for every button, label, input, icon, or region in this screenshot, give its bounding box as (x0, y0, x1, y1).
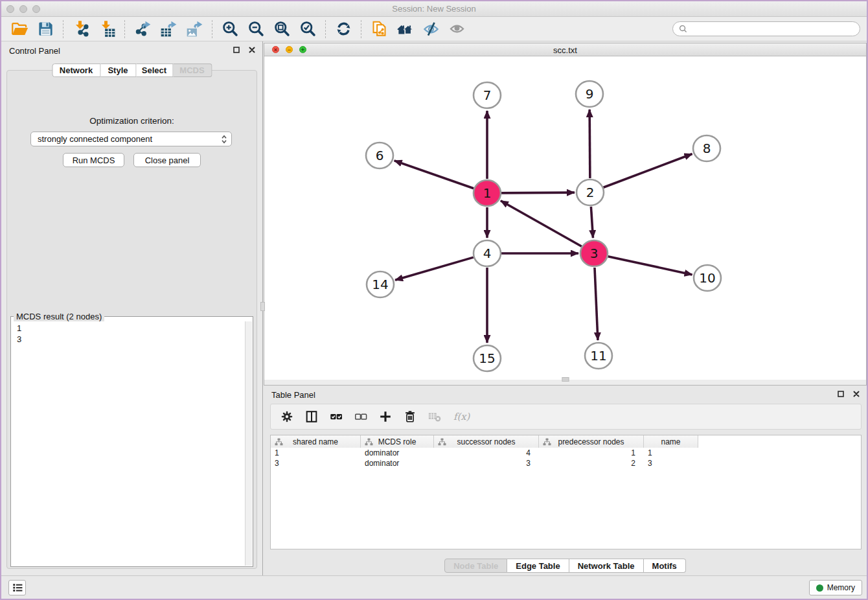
memory-button[interactable]: Memory (809, 580, 862, 595)
mcds-result-scrollbar[interactable] (245, 321, 252, 566)
column-header-predecessor-nodes[interactable]: predecessor nodes (539, 435, 644, 448)
column-label: successor nodes (457, 437, 515, 446)
zoom-selected-button[interactable] (295, 18, 321, 40)
graph-edge-3-11[interactable] (595, 268, 598, 340)
graph-node-7[interactable]: 7 (474, 82, 501, 108)
refresh-view-button[interactable] (330, 18, 356, 40)
table-row[interactable]: 1dominator411 (271, 448, 861, 458)
cell-name[interactable]: 3 (644, 458, 698, 468)
column-type-icon (365, 438, 373, 446)
graph-edge-3-10[interactable] (608, 257, 692, 275)
settings-gear-button[interactable] (280, 410, 294, 424)
select-all-button[interactable] (329, 410, 343, 424)
export-image-icon (186, 20, 203, 38)
table-row[interactable]: 3dominator323 (271, 458, 861, 468)
optimization-criterion-select[interactable]: strongly connected component (30, 132, 232, 146)
graph-edge-3-1[interactable] (501, 201, 582, 246)
zoom-fit-button[interactable] (269, 18, 295, 40)
export-table-button[interactable] (155, 18, 181, 40)
open-session-button[interactable] (6, 18, 32, 40)
tab-node-table[interactable]: Node Table (444, 559, 507, 573)
toggle-graphics-details-button[interactable] (418, 18, 444, 40)
graph-node-11[interactable]: 11 (585, 343, 612, 369)
column-header-name[interactable]: name (644, 435, 698, 448)
search-box[interactable] (672, 21, 860, 36)
close-table-panel-icon[interactable] (852, 390, 860, 398)
tab-network-table[interactable]: Network Table (569, 559, 644, 573)
zoom-in-button[interactable] (217, 18, 243, 40)
cell-name[interactable]: 1 (644, 448, 698, 458)
toggle-columns-button[interactable] (304, 410, 319, 424)
panel-splitter-handle[interactable] (260, 302, 265, 311)
cell-shared-name[interactable]: 3 (271, 458, 361, 468)
float-table-panel-icon[interactable] (837, 390, 845, 398)
show-preview-button[interactable] (444, 18, 470, 40)
graph-node-2[interactable]: 2 (577, 179, 604, 205)
import-table-button[interactable] (94, 18, 120, 40)
column-header-shared-name[interactable]: shared name (271, 435, 361, 448)
float-panel-icon[interactable] (233, 46, 240, 54)
close-panel-icon[interactable] (248, 46, 256, 54)
table-panel-header: Table Panel (264, 386, 867, 404)
clone-network-button[interactable] (366, 18, 392, 40)
tab-style[interactable]: Style (100, 63, 136, 77)
graph-node-14[interactable]: 14 (367, 271, 394, 297)
network-canvas[interactable]: 1234678910111415 (264, 56, 866, 380)
deselect-all-button[interactable] (354, 410, 368, 424)
graph-node-3[interactable]: 3 (580, 240, 608, 266)
mcds-result-box[interactable]: 13 (12, 321, 252, 566)
graph-edge-1-2[interactable] (501, 192, 575, 193)
graph-node-10[interactable]: 10 (694, 265, 721, 291)
graph-node-1[interactable]: 1 (474, 180, 501, 206)
table-panel-tabs: Node TableEdge TableNetwork TableMotifs (264, 559, 867, 573)
cell-MCDS-role[interactable]: dominator (361, 458, 434, 468)
graph-edge-1-6[interactable] (394, 161, 474, 189)
add-column-button[interactable] (378, 410, 393, 424)
toolbar-separator (361, 20, 361, 38)
zoom-in-icon (222, 20, 239, 38)
cell-successor-nodes[interactable]: 3 (434, 458, 539, 468)
column-header-MCDS-role[interactable]: MCDS role (361, 435, 434, 448)
run-mcds-button[interactable]: Run MCDS (63, 153, 124, 167)
search-icon (678, 24, 688, 34)
mcds-result-lines: 13 (12, 321, 252, 346)
export-image-button[interactable] (181, 18, 207, 40)
task-history-button[interactable] (8, 580, 26, 595)
tab-network[interactable]: Network (52, 63, 100, 77)
first-neighbors-button[interactable] (392, 18, 418, 40)
cell-predecessor-nodes[interactable]: 2 (539, 458, 644, 468)
cell-shared-name[interactable]: 1 (271, 448, 361, 458)
graph-edge-2-3[interactable] (591, 207, 593, 238)
graph-edge-4-14[interactable] (395, 257, 474, 280)
network-window-titlebar[interactable]: × − + scc.txt (264, 43, 866, 56)
network-view-window: × − + scc.txt 1234678910111415 (264, 43, 867, 386)
tab-motifs[interactable]: Motifs (644, 559, 686, 573)
node-label: 3 (590, 246, 599, 261)
graph-node-6[interactable]: 6 (366, 143, 393, 168)
save-session-button[interactable] (32, 18, 58, 40)
cell-predecessor-nodes[interactable]: 1 (539, 448, 644, 458)
tab-edge-table[interactable]: Edge Table (507, 559, 569, 573)
import-network-button[interactable] (68, 18, 94, 40)
export-network-button[interactable] (130, 18, 155, 40)
cell-successor-nodes[interactable]: 4 (434, 448, 539, 458)
session-title: Session: New Session (1, 4, 867, 14)
zoom-out-button[interactable] (243, 18, 269, 40)
graph-node-4[interactable]: 4 (474, 240, 501, 266)
network-title: scc.txt (264, 45, 866, 55)
graph-edge-2-9[interactable] (589, 110, 590, 178)
graph-edge-2-8[interactable] (604, 154, 692, 187)
graph-node-8[interactable]: 8 (693, 135, 720, 161)
close-panel-button[interactable]: Close panel (133, 153, 201, 167)
delete-columns-button[interactable] (403, 410, 417, 424)
graph-node-15[interactable]: 15 (474, 345, 501, 371)
graph-node-9[interactable]: 9 (576, 81, 603, 107)
tab-select[interactable]: Select (136, 63, 173, 77)
cell-MCDS-role[interactable]: dominator (361, 448, 434, 458)
search-input[interactable] (691, 24, 854, 34)
split-resize-handle[interactable] (562, 377, 569, 382)
node-table-body: 1dominator4113dominator323 (271, 448, 861, 468)
tab-mcds[interactable]: MCDS (173, 63, 212, 77)
column-header-successor-nodes[interactable]: successor nodes (434, 435, 539, 448)
mcds-result-fieldset: MCDS result (2 nodes) 13 (10, 312, 253, 567)
